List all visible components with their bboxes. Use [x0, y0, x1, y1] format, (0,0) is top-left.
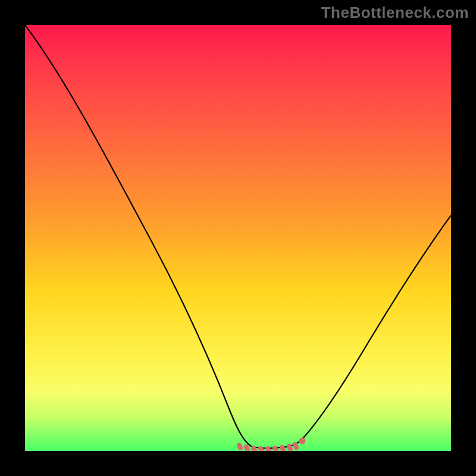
curve-layer [25, 25, 451, 451]
watermark-text: TheBottleneck.com [321, 4, 469, 22]
marker-end-dot [299, 438, 306, 444]
chart-frame: TheBottleneck.com [0, 0, 476, 476]
plot-area [25, 25, 451, 451]
main-curve [25, 25, 451, 448]
